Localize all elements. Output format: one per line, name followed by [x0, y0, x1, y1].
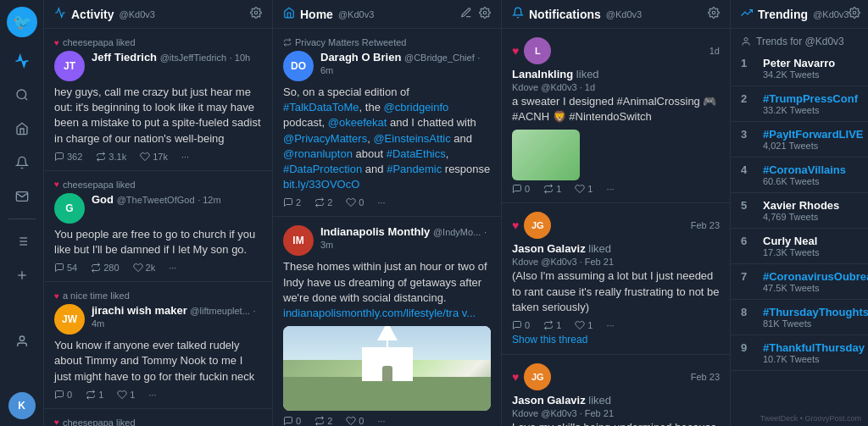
- retweet-action[interactable]: 3.1k: [96, 152, 126, 162]
- mention-link[interactable]: @EinsteinsAttic: [373, 132, 450, 145]
- url-link[interactable]: indianapolismonthly.com/lifestyle/tra v.…: [283, 307, 476, 319]
- sidebar-item-messages[interactable]: [7, 181, 37, 212]
- more-action[interactable]: ···: [606, 320, 614, 330]
- retweet-action[interactable]: 280: [91, 263, 119, 273]
- like-action[interactable]: 1: [117, 390, 135, 400]
- reply-action[interactable]: 0: [54, 390, 72, 400]
- trend-item-6[interactable]: 6 Curly Neal 17.3K Tweets: [731, 229, 868, 264]
- trending-settings-btn[interactable]: [849, 7, 860, 21]
- tweet-header: IM Indianapolis Monthly @IndyMo... · 3m: [283, 225, 491, 256]
- mention-link[interactable]: @okeefekat: [328, 116, 387, 129]
- user-avatar[interactable]: K: [8, 392, 36, 419]
- like-icon: [575, 320, 585, 330]
- notification-item[interactable]: ♥ JG Feb 23 Jason Galaviz liked Kdove @K…: [502, 355, 730, 426]
- reply-action[interactable]: 2: [283, 197, 301, 207]
- watermark: TweetDeck • GroovyPost.com: [731, 411, 868, 426]
- trend-info: #ThursdayThoughts 81K Tweets: [763, 306, 868, 329]
- like-action[interactable]: 1: [575, 320, 593, 330]
- trending-header-left: Trending @Kd0v3: [741, 7, 849, 21]
- hashtag-link[interactable]: #DataProtection: [283, 163, 362, 175]
- app-logo[interactable]: 🐦: [7, 7, 37, 37]
- heart-icon: ♥: [54, 38, 59, 47]
- tweet-item[interactable]: IM Indianapolis Monthly @IndyMo... · 3m …: [273, 217, 501, 426]
- reply-action[interactable]: 0: [283, 416, 301, 426]
- tweet-author-name: Indianapolis Monthly: [320, 225, 430, 238]
- church-cross: [387, 340, 388, 347]
- home-settings-btn[interactable]: [479, 7, 491, 21]
- trend-item-9[interactable]: 9 #ThankfulThursday 10.7K Tweets: [731, 335, 868, 371]
- activity-settings-btn[interactable]: [250, 7, 262, 21]
- sidebar-item-add[interactable]: [7, 260, 37, 290]
- like-action[interactable]: 17k: [140, 152, 168, 162]
- show-thread-btn[interactable]: Show this thread: [512, 334, 720, 346]
- home-column-handle: @Kd0v3: [338, 9, 374, 19]
- like-action[interactable]: 0: [346, 197, 364, 207]
- sidebar-item-activity[interactable]: [7, 46, 37, 76]
- more-action[interactable]: ···: [148, 390, 156, 400]
- mention-link[interactable]: @PrivacyMatters: [283, 132, 367, 145]
- tweet-item[interactable]: ♥ cheesepapa liked JT Jeff Tiedrich @its…: [44, 29, 272, 171]
- retweet-indicator: Privacy Matters Retweeted: [283, 37, 491, 47]
- reply-action[interactable]: 54: [54, 263, 77, 273]
- retweet-action[interactable]: 1: [86, 390, 103, 400]
- tweet-item[interactable]: Privacy Matters Retweeted DO Daragh O Br…: [273, 29, 501, 217]
- retweet-action[interactable]: 2: [314, 197, 332, 207]
- reply-action[interactable]: 362: [54, 152, 82, 162]
- like-action[interactable]: 0: [346, 416, 364, 426]
- retweet-icon: [543, 184, 554, 194]
- home-header-actions: [460, 7, 491, 21]
- search-icon: [15, 88, 29, 102]
- like-action[interactable]: 1: [575, 184, 593, 194]
- retweet-action[interactable]: 2: [314, 416, 332, 426]
- notif-avatar: L: [524, 37, 551, 64]
- trend-name: #TrumpPressConf: [763, 92, 858, 105]
- liked-by-text: cheesepapa liked: [63, 180, 136, 190]
- tweet-item[interactable]: ♥ cheesepapa liked G God @TheTweetOfGod …: [44, 171, 272, 282]
- trend-item-1[interactable]: 1 Peter Navarro 34.2K Tweets: [731, 51, 868, 86]
- hashtag-link[interactable]: #DataEthics: [387, 147, 446, 160]
- hashtag-link[interactable]: #TalkDataToMe: [283, 101, 359, 113]
- more-action[interactable]: ···: [169, 263, 176, 273]
- hashtag-link[interactable]: #Pandemic: [387, 163, 442, 175]
- notifications-settings-btn[interactable]: [708, 7, 720, 21]
- svg-point-15: [744, 38, 748, 41]
- trend-info: #PayItForwardLIVE 4,021 Tweets: [763, 128, 863, 151]
- trend-item-7[interactable]: 7 #CoronavirusOubreak 47.5K Tweets: [731, 264, 868, 300]
- mention-link[interactable]: @ronanlupton: [283, 147, 353, 160]
- trend-item-3[interactable]: 3 #PayItForwardLIVE 4,021 Tweets: [731, 122, 868, 158]
- tweet-item[interactable]: ♥ a nice time liked JW jirachi wish make…: [44, 282, 272, 409]
- sidebar-item-notifications[interactable]: [7, 147, 37, 178]
- sidebar-item-search[interactable]: [7, 80, 37, 110]
- notification-item[interactable]: ♥ JG Feb 23 Jason Galaviz liked Kdove @K…: [502, 203, 730, 355]
- tweet-author-name: Jeff Tiedrich: [92, 51, 157, 64]
- trend-item-8[interactable]: 8 #ThursdayThoughts 81K Tweets: [731, 300, 868, 335]
- notif-liked-handle: @Kd0v3: [541, 408, 576, 418]
- reply-action[interactable]: 0: [512, 184, 530, 194]
- tweet-author-info: jirachi wish maker @liftmeuplet... · 4m: [92, 304, 262, 329]
- more-action[interactable]: ···: [377, 197, 385, 207]
- more-action[interactable]: ···: [606, 184, 614, 194]
- svg-point-10: [19, 336, 24, 340]
- trend-item-5[interactable]: 5 Xavier Rhodes 4,769 Tweets: [731, 193, 868, 229]
- home-compose-btn[interactable]: [460, 7, 472, 21]
- trend-item-4[interactable]: 4 #CoronaVillains 60.6K Tweets: [731, 158, 868, 193]
- sidebar-item-lists[interactable]: [7, 226, 37, 257]
- trend-item-2[interactable]: 2 #TrumpPressConf 33.2K Tweets: [731, 86, 868, 122]
- retweet-action[interactable]: 1: [543, 320, 561, 330]
- sidebar-item-profile[interactable]: [7, 326, 37, 357]
- notification-item[interactable]: ♥ L 1d LanaInkling liked Kdove @Kd0v3 · …: [502, 29, 730, 203]
- tweet-author-handle: @TheTweetOfGod: [117, 195, 195, 205]
- tweet-author-info: Daragh O Brien @CBridge_Chief · 6m: [320, 51, 491, 76]
- more-action[interactable]: ···: [181, 152, 189, 162]
- more-action[interactable]: ···: [377, 416, 385, 426]
- mention-link[interactable]: @cbridgeinfo: [384, 101, 449, 113]
- sidebar-item-home[interactable]: [7, 113, 37, 144]
- trend-rank: 7: [741, 270, 754, 283]
- retweet-action[interactable]: 1: [543, 184, 561, 194]
- url-link[interactable]: bit.ly/33OVOcO: [283, 178, 359, 191]
- columns-container: Activity @Kd0v3 ♥ cheesepapa liked JT: [44, 0, 868, 426]
- like-action[interactable]: 2k: [133, 263, 156, 273]
- reply-action[interactable]: 0: [512, 320, 530, 330]
- like-icon: [346, 197, 356, 207]
- tweet-item[interactable]: ♥ cheesepapa liked DA David Axelrod ✓ @d…: [44, 409, 272, 426]
